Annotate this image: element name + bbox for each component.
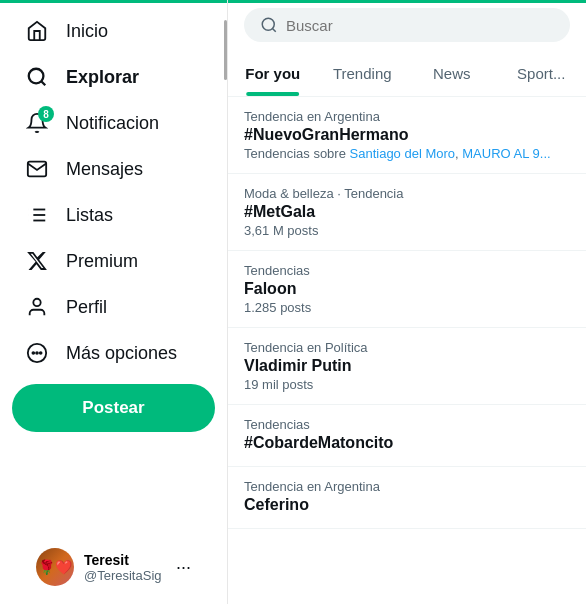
nav-label-explorar: Explorar	[66, 67, 139, 88]
svg-point-10	[32, 352, 34, 354]
nav-label-inicio: Inicio	[66, 21, 108, 42]
trend-item-5[interactable]: Tendencias #CobardeMatoncito	[228, 405, 586, 467]
nav-label-perfil: Perfil	[66, 297, 107, 318]
svg-line-14	[272, 28, 275, 31]
nav-item-inicio[interactable]: Inicio	[12, 8, 215, 54]
trend-count-2: 3,61 M posts	[244, 223, 570, 238]
svg-point-0	[29, 69, 44, 84]
mail-icon	[24, 156, 50, 182]
trend-title-4: Vladimir Putin	[244, 357, 570, 375]
user-name: Teresit	[84, 552, 166, 568]
sidebar: Inicio Explorar 8 Notificacion Mens	[0, 0, 228, 604]
tab-for-you[interactable]: For you	[228, 51, 318, 96]
user-profile[interactable]: 🌹❤️ Teresit @TeresitaSig ···	[24, 538, 203, 596]
nav-label-premium: Premium	[66, 251, 138, 272]
home-icon	[24, 18, 50, 44]
search-bar	[228, 0, 586, 51]
trend-title-6: Ceferino	[244, 496, 570, 514]
trend-item-4[interactable]: Tendencia en Política Vladimir Putin 19 …	[228, 328, 586, 405]
nav-item-notificacion[interactable]: 8 Notificacion	[12, 100, 215, 146]
trend-category-5: Tendencias	[244, 417, 570, 432]
trend-item-1[interactable]: Tendencia en Argentina #NuevoGranHermano…	[228, 97, 586, 174]
scrollbar-thumb[interactable]	[224, 20, 227, 80]
search-icon	[260, 16, 278, 34]
related-link-1a[interactable]: Santiago del Moro	[350, 146, 456, 161]
trend-category-3: Tendencias	[244, 263, 570, 278]
trends-container: Tendencia en Argentina #NuevoGranHermano…	[228, 97, 586, 604]
bell-icon: 8	[24, 110, 50, 136]
post-button[interactable]: Postear	[12, 384, 215, 432]
user-more-icon[interactable]: ···	[176, 557, 191, 578]
nav-item-perfil[interactable]: Perfil	[12, 284, 215, 330]
related-link-1b[interactable]: MAURO AL 9...	[462, 146, 550, 161]
trend-item-3[interactable]: Tendencias Faloon 1.285 posts	[228, 251, 586, 328]
main-content: For you Trending News Sport... Tendencia…	[228, 0, 586, 604]
search-input-wrapper[interactable]	[244, 8, 570, 42]
nav-item-listas[interactable]: Listas	[12, 192, 215, 238]
svg-point-12	[40, 352, 42, 354]
tab-news[interactable]: News	[407, 51, 497, 96]
more-circle-icon	[24, 340, 50, 366]
search-input[interactable]	[286, 17, 554, 34]
nav-item-explorar[interactable]: Explorar	[12, 54, 215, 100]
trend-title-2: #MetGala	[244, 203, 570, 221]
avatar: 🌹❤️	[36, 548, 74, 586]
svg-point-13	[262, 18, 274, 30]
x-logo-icon	[24, 248, 50, 274]
trend-item-2[interactable]: Moda & belleza · Tendencia #MetGala 3,61…	[228, 174, 586, 251]
nav-label-mas-opciones: Más opciones	[66, 343, 177, 364]
trend-category-1: Tendencia en Argentina	[244, 109, 570, 124]
nav-label-mensajes: Mensajes	[66, 159, 143, 180]
nav-label-notificacion: Notificacion	[66, 113, 159, 134]
trend-title-1: #NuevoGranHermano	[244, 126, 570, 144]
tab-sports[interactable]: Sport...	[497, 51, 587, 96]
svg-point-8	[33, 299, 40, 306]
user-info: Teresit @TeresitaSig	[84, 552, 166, 583]
user-handle: @TeresitaSig	[84, 568, 166, 583]
trend-title-3: Faloon	[244, 280, 570, 298]
tab-trending[interactable]: Trending	[318, 51, 408, 96]
nav-item-premium[interactable]: Premium	[12, 238, 215, 284]
trend-count-3: 1.285 posts	[244, 300, 570, 315]
search-nav-icon	[24, 64, 50, 90]
nav-item-mas-opciones[interactable]: Más opciones	[12, 330, 215, 376]
trend-item-6[interactable]: Tendencia en Argentina Ceferino	[228, 467, 586, 529]
trend-category-4: Tendencia en Política	[244, 340, 570, 355]
nav-label-listas: Listas	[66, 205, 113, 226]
svg-point-11	[36, 352, 38, 354]
trend-category-2: Moda & belleza · Tendencia	[244, 186, 570, 201]
notification-badge: 8	[38, 106, 54, 122]
trend-related-1: Tendencias sobre Santiago del Moro, MAUR…	[244, 146, 570, 161]
person-icon	[24, 294, 50, 320]
trend-title-5: #CobardeMatoncito	[244, 434, 570, 452]
nav-item-mensajes[interactable]: Mensajes	[12, 146, 215, 192]
trend-count-4: 19 mil posts	[244, 377, 570, 392]
trend-category-6: Tendencia en Argentina	[244, 479, 570, 494]
tabs: For you Trending News Sport...	[228, 51, 586, 97]
list-icon	[24, 202, 50, 228]
svg-line-1	[41, 81, 45, 85]
